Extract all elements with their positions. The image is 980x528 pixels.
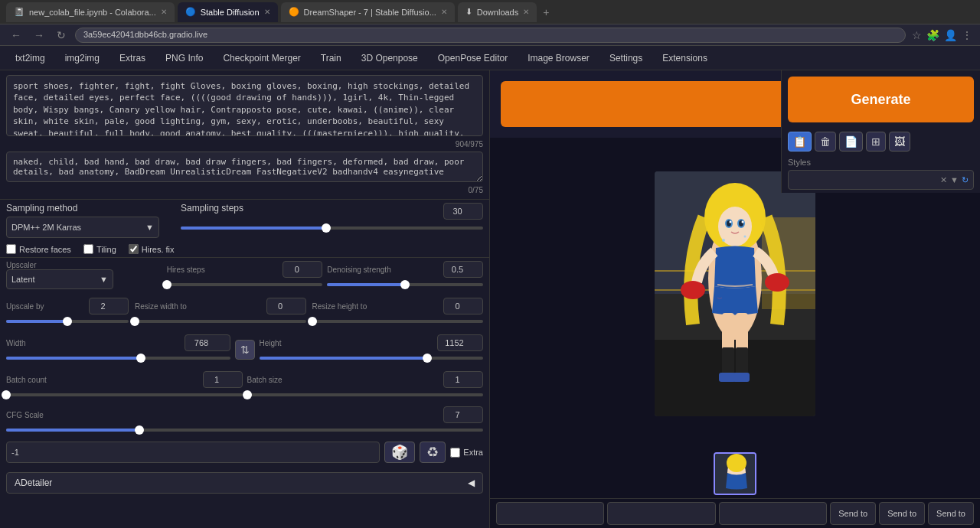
styles-refresh-icon[interactable]: ↻ (962, 175, 969, 185)
sampling-steps-slider[interactable] (181, 223, 483, 233)
resize-width-input[interactable] (266, 298, 306, 315)
nav-img2img[interactable]: img2img (56, 50, 109, 67)
new-tab-button[interactable]: + (540, 5, 552, 20)
hires-fix-input[interactable] (129, 244, 139, 254)
upscale-by-input[interactable] (89, 298, 129, 315)
nav-settings[interactable]: Settings (600, 50, 652, 67)
styles-input[interactable]: ✕ ▼ ↻ (788, 170, 974, 190)
nav-extensions[interactable]: Extensions (653, 50, 717, 67)
svg-point-16 (681, 281, 705, 299)
nav-image-browser[interactable]: Image Browser (518, 50, 599, 67)
cfg-scale-slider[interactable] (6, 425, 483, 435)
left-panel: sport shoes, fighter, fight, fight Glove… (0, 70, 490, 528)
nav-txt2img[interactable]: txt2img (6, 50, 54, 67)
batch-count-slider[interactable] (6, 389, 243, 400)
nav-extras[interactable]: Extras (110, 50, 155, 67)
action-btn-2[interactable] (607, 502, 715, 525)
cfg-scale-input[interactable] (443, 406, 483, 423)
tab-colab[interactable]: 📓 new_colab_file.ipynb - Colabora... ✕ (6, 2, 175, 22)
menu-icon[interactable]: ⋮ (962, 29, 972, 41)
send-to-button-2[interactable]: Send to (879, 502, 925, 525)
tab-downloads[interactable]: ⬇ Downloads ✕ (458, 2, 537, 22)
tab-colab-close[interactable]: ✕ (161, 8, 167, 16)
width-slider[interactable] (6, 353, 230, 363)
bookmark-icon[interactable]: ☆ (912, 29, 922, 41)
nav-openpose-editor[interactable]: OpenPose Editor (429, 50, 517, 67)
upscaler-dropdown[interactable]: Latent ▼ (6, 269, 113, 289)
seed-random-button[interactable]: 🎲 (384, 442, 415, 463)
tool-grid-button[interactable]: ⊞ (866, 132, 886, 152)
sampling-method-value: DPM++ 2M Karras (11, 223, 81, 232)
restore-faces-input[interactable] (6, 244, 16, 254)
image-panel: ✕ (490, 138, 980, 528)
nav-3d-openpose[interactable]: 3D Openpose (352, 50, 427, 67)
sampling-steps-input[interactable]: 30 (443, 203, 483, 220)
hires-steps-slider[interactable] (167, 279, 323, 290)
reload-button[interactable]: ↻ (54, 28, 69, 43)
denoising-group: Denoising strength (327, 261, 483, 292)
batch-size-slider[interactable] (247, 389, 484, 400)
tool-image-button[interactable]: 🖼 (889, 132, 910, 152)
tiling-input[interactable] (83, 244, 93, 254)
action-btn-1[interactable] (496, 502, 604, 525)
extra-checkbox[interactable]: Extra (450, 448, 483, 458)
width-input[interactable] (185, 334, 230, 351)
tab-dl-icon: ⬇ (466, 7, 472, 17)
resize-height-input[interactable] (443, 298, 483, 315)
upscale-by-slider[interactable] (6, 316, 129, 327)
action-btn-3[interactable] (719, 502, 827, 525)
sampling-method-dropdown[interactable]: DPM++ 2M Karras ▼ (6, 217, 159, 238)
extensions-icon[interactable]: 🧩 (926, 29, 939, 41)
hires-steps-group: Hires steps (167, 261, 323, 292)
seed-recycle-button[interactable]: ♻ (420, 442, 446, 463)
nav-checkpoint-merger[interactable]: Checkpoint Merger (214, 50, 309, 67)
send-to-button-1[interactable]: Send to (830, 502, 876, 525)
hires-steps-input[interactable] (283, 261, 322, 278)
negative-prompt-input[interactable]: naked, child, bad hand, bad draw, bad dr… (6, 152, 483, 182)
nav-train[interactable]: Train (312, 50, 351, 67)
thumbnail-1[interactable] (714, 452, 756, 495)
batch-size-input[interactable] (443, 371, 483, 388)
adetailer-section: ADetailer ◀ (0, 469, 489, 497)
restore-faces-label: Restore faces (19, 245, 71, 254)
resize-width-slider[interactable] (135, 316, 306, 327)
tool-trash-button[interactable]: 🗑 (815, 132, 836, 152)
browser-nav-icons: ☆ 🧩 👤 ⋮ (912, 29, 972, 41)
hires-fix-checkbox[interactable]: Hires. fix (129, 244, 175, 254)
tab-dl-close[interactable]: ✕ (523, 8, 529, 16)
tab-dreamshaper[interactable]: 🟠 DreamShaper - 7 | Stable Diffusio... ✕ (281, 2, 455, 22)
restore-faces-checkbox[interactable]: Restore faces (6, 244, 71, 254)
address-bar[interactable]: 3a59ec42041dbb46cb.gradio.live (75, 28, 906, 43)
batch-count-input[interactable] (203, 371, 243, 388)
height-slider[interactable] (260, 353, 484, 363)
height-input[interactable] (437, 334, 483, 351)
profile-icon[interactable]: 👤 (944, 29, 957, 41)
swap-wh-button[interactable]: ⇅ (235, 340, 255, 360)
checkbox-group: Restore faces Tiling Hires. fix (0, 241, 489, 257)
tab-stable-diffusion[interactable]: 🔵 Stable Diffusion ✕ (178, 2, 278, 22)
extra-checkbox-input[interactable] (450, 448, 460, 458)
upscale-by-group: Upscale by (6, 298, 129, 328)
tool-paste-button[interactable]: 📋 (788, 132, 812, 152)
tiling-checkbox[interactable]: Tiling (83, 244, 116, 254)
forward-button[interactable]: → (31, 28, 47, 43)
back-button[interactable]: ← (8, 28, 24, 43)
generate-button-main[interactable]: Generate (788, 77, 974, 122)
denoising-input[interactable] (443, 261, 483, 278)
denoising-slider[interactable] (327, 279, 483, 290)
upscaler-label: Upscaler (6, 261, 162, 269)
tool-file-button[interactable]: 📄 (839, 132, 863, 152)
tab-sd-close[interactable]: ✕ (264, 8, 270, 16)
generate-label: Generate (851, 92, 910, 107)
seed-input[interactable] (6, 442, 380, 463)
nav-png-info[interactable]: PNG Info (156, 50, 212, 67)
styles-dropdown-icon[interactable]: ▼ (950, 175, 959, 184)
styles-clear-icon[interactable]: ✕ (940, 175, 947, 185)
send-to-button-3[interactable]: Send to (928, 502, 974, 525)
positive-prompt-input[interactable]: sport shoes, fighter, fight, fight Glove… (6, 75, 483, 136)
tool-icons-row: 📋 🗑 📄 ⊞ 🖼 (782, 129, 980, 155)
adetailer-header[interactable]: ADetailer ◀ (6, 472, 483, 494)
tab-ds-close[interactable]: ✕ (441, 8, 447, 16)
svg-point-14 (730, 220, 732, 223)
resize-height-slider[interactable] (312, 316, 484, 327)
